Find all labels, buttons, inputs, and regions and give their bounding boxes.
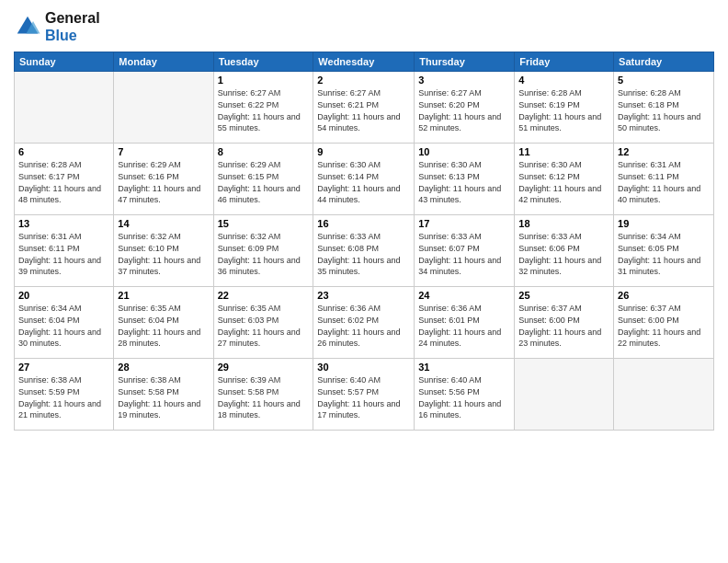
day-number: 11 <box>518 146 609 157</box>
day-info: Sunrise: 6:27 AMSunset: 6:20 PMDaylight:… <box>418 87 510 133</box>
day-info: Sunrise: 6:28 AMSunset: 6:17 PMDaylight:… <box>18 159 109 205</box>
calendar-day-cell: 15Sunrise: 6:32 AMSunset: 6:09 PMDayligh… <box>213 215 313 287</box>
calendar-day-cell: 16Sunrise: 6:33 AMSunset: 6:08 PMDayligh… <box>313 215 415 287</box>
calendar-table: SundayMondayTuesdayWednesdayThursdayFrid… <box>14 52 714 431</box>
calendar-day-cell: 28Sunrise: 6:38 AMSunset: 5:58 PMDayligh… <box>114 359 213 431</box>
day-info: Sunrise: 6:40 AMSunset: 5:57 PMDaylight:… <box>317 374 410 420</box>
day-info: Sunrise: 6:35 AMSunset: 6:03 PMDaylight:… <box>218 303 310 349</box>
day-number: 3 <box>418 75 510 86</box>
day-info: Sunrise: 6:40 AMSunset: 5:56 PMDaylight:… <box>418 374 510 420</box>
calendar-day-header: Thursday <box>415 52 515 72</box>
day-info: Sunrise: 6:27 AMSunset: 6:22 PMDaylight:… <box>218 87 310 133</box>
calendar-day-cell: 13Sunrise: 6:31 AMSunset: 6:11 PMDayligh… <box>15 215 114 287</box>
day-info: Sunrise: 6:32 AMSunset: 6:09 PMDaylight:… <box>218 231 310 277</box>
day-number: 15 <box>218 218 310 229</box>
day-number: 25 <box>518 290 609 301</box>
calendar-day-cell: 17Sunrise: 6:33 AMSunset: 6:07 PMDayligh… <box>415 215 515 287</box>
day-number: 26 <box>618 290 710 301</box>
day-number: 18 <box>518 218 609 229</box>
calendar-day-cell: 25Sunrise: 6:37 AMSunset: 6:00 PMDayligh… <box>515 287 614 359</box>
calendar-day-cell: 22Sunrise: 6:35 AMSunset: 6:03 PMDayligh… <box>213 287 313 359</box>
day-number: 2 <box>317 75 410 86</box>
calendar-day-cell: 19Sunrise: 6:34 AMSunset: 6:05 PMDayligh… <box>614 215 714 287</box>
day-info: Sunrise: 6:38 AMSunset: 5:59 PMDaylight:… <box>18 374 109 420</box>
calendar-day-cell <box>15 72 114 144</box>
calendar-day-cell: 21Sunrise: 6:35 AMSunset: 6:04 PMDayligh… <box>114 287 213 359</box>
day-info: Sunrise: 6:33 AMSunset: 6:07 PMDaylight:… <box>418 231 510 277</box>
day-number: 30 <box>317 362 410 373</box>
calendar-day-cell <box>614 359 714 431</box>
day-info: Sunrise: 6:29 AMSunset: 6:15 PMDaylight:… <box>218 159 310 205</box>
logo-icon <box>14 13 41 40</box>
day-info: Sunrise: 6:34 AMSunset: 6:04 PMDaylight:… <box>18 303 109 349</box>
day-info: Sunrise: 6:36 AMSunset: 6:01 PMDaylight:… <box>418 303 510 349</box>
calendar-day-header: Tuesday <box>213 52 313 72</box>
calendar-week-row: 20Sunrise: 6:34 AMSunset: 6:04 PMDayligh… <box>15 287 714 359</box>
day-number: 28 <box>118 362 209 373</box>
day-number: 31 <box>418 362 510 373</box>
day-info: Sunrise: 6:37 AMSunset: 6:00 PMDaylight:… <box>618 303 710 349</box>
calendar-week-row: 6Sunrise: 6:28 AMSunset: 6:17 PMDaylight… <box>15 144 714 215</box>
calendar-day-cell <box>114 72 213 144</box>
day-number: 27 <box>18 362 109 373</box>
calendar-header-row: SundayMondayTuesdayWednesdayThursdayFrid… <box>15 52 714 72</box>
day-number: 20 <box>18 290 109 301</box>
day-info: Sunrise: 6:36 AMSunset: 6:02 PMDaylight:… <box>317 303 410 349</box>
calendar-day-header: Saturday <box>614 52 714 72</box>
calendar-day-cell: 8Sunrise: 6:29 AMSunset: 6:15 PMDaylight… <box>213 144 313 215</box>
day-number: 5 <box>618 75 710 86</box>
day-info: Sunrise: 6:27 AMSunset: 6:21 PMDaylight:… <box>317 87 410 133</box>
day-number: 23 <box>317 290 410 301</box>
day-info: Sunrise: 6:32 AMSunset: 6:10 PMDaylight:… <box>118 231 209 277</box>
calendar-day-cell: 20Sunrise: 6:34 AMSunset: 6:04 PMDayligh… <box>15 287 114 359</box>
day-number: 7 <box>118 146 209 157</box>
day-info: Sunrise: 6:35 AMSunset: 6:04 PMDaylight:… <box>118 303 209 349</box>
calendar-day-header: Monday <box>114 52 213 72</box>
day-info: Sunrise: 6:31 AMSunset: 6:11 PMDaylight:… <box>18 231 109 277</box>
logo: General Blue <box>14 9 100 44</box>
calendar-day-cell: 31Sunrise: 6:40 AMSunset: 5:56 PMDayligh… <box>415 359 515 431</box>
day-info: Sunrise: 6:30 AMSunset: 6:12 PMDaylight:… <box>518 159 609 205</box>
day-number: 17 <box>418 218 510 229</box>
day-number: 4 <box>518 75 609 86</box>
calendar-week-row: 27Sunrise: 6:38 AMSunset: 5:59 PMDayligh… <box>15 359 714 431</box>
day-info: Sunrise: 6:34 AMSunset: 6:05 PMDaylight:… <box>618 231 710 277</box>
day-number: 1 <box>218 75 310 86</box>
calendar-day-header: Friday <box>515 52 614 72</box>
calendar-day-cell: 14Sunrise: 6:32 AMSunset: 6:10 PMDayligh… <box>114 215 213 287</box>
calendar-day-cell: 10Sunrise: 6:30 AMSunset: 6:13 PMDayligh… <box>415 144 515 215</box>
calendar-day-cell: 11Sunrise: 6:30 AMSunset: 6:12 PMDayligh… <box>515 144 614 215</box>
day-number: 21 <box>118 290 209 301</box>
calendar-day-header: Wednesday <box>313 52 415 72</box>
day-number: 10 <box>418 146 510 157</box>
day-number: 19 <box>618 218 710 229</box>
day-number: 12 <box>618 146 710 157</box>
calendar-day-header: Sunday <box>15 52 114 72</box>
calendar-day-cell: 27Sunrise: 6:38 AMSunset: 5:59 PMDayligh… <box>15 359 114 431</box>
day-number: 14 <box>118 218 209 229</box>
day-info: Sunrise: 6:33 AMSunset: 6:08 PMDaylight:… <box>317 231 410 277</box>
calendar-week-row: 1Sunrise: 6:27 AMSunset: 6:22 PMDaylight… <box>15 72 714 144</box>
day-number: 29 <box>218 362 310 373</box>
calendar-day-cell: 1Sunrise: 6:27 AMSunset: 6:22 PMDaylight… <box>213 72 313 144</box>
page-container: General Blue SundayMondayTuesdayWednesda… <box>0 0 728 563</box>
day-info: Sunrise: 6:38 AMSunset: 5:58 PMDaylight:… <box>118 374 209 420</box>
logo-text: General Blue <box>45 9 100 44</box>
calendar-day-cell: 3Sunrise: 6:27 AMSunset: 6:20 PMDaylight… <box>415 72 515 144</box>
calendar-day-cell: 2Sunrise: 6:27 AMSunset: 6:21 PMDaylight… <box>313 72 415 144</box>
calendar-day-cell: 23Sunrise: 6:36 AMSunset: 6:02 PMDayligh… <box>313 287 415 359</box>
calendar-day-cell: 5Sunrise: 6:28 AMSunset: 6:18 PMDaylight… <box>614 72 714 144</box>
calendar-day-cell: 4Sunrise: 6:28 AMSunset: 6:19 PMDaylight… <box>515 72 614 144</box>
day-number: 22 <box>218 290 310 301</box>
calendar-day-cell: 30Sunrise: 6:40 AMSunset: 5:57 PMDayligh… <box>313 359 415 431</box>
calendar-day-cell: 12Sunrise: 6:31 AMSunset: 6:11 PMDayligh… <box>614 144 714 215</box>
day-number: 6 <box>18 146 109 157</box>
day-number: 24 <box>418 290 510 301</box>
calendar-day-cell: 18Sunrise: 6:33 AMSunset: 6:06 PMDayligh… <box>515 215 614 287</box>
calendar-week-row: 13Sunrise: 6:31 AMSunset: 6:11 PMDayligh… <box>15 215 714 287</box>
calendar-day-cell: 29Sunrise: 6:39 AMSunset: 5:58 PMDayligh… <box>213 359 313 431</box>
calendar-day-cell: 9Sunrise: 6:30 AMSunset: 6:14 PMDaylight… <box>313 144 415 215</box>
calendar-day-cell <box>515 359 614 431</box>
day-number: 13 <box>18 218 109 229</box>
day-number: 9 <box>317 146 410 157</box>
